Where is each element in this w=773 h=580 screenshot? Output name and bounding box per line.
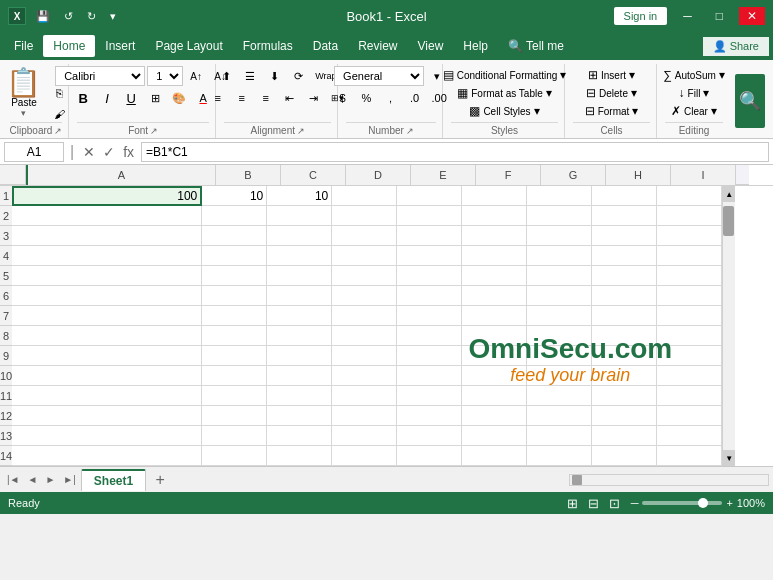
menu-page-layout[interactable]: Page Layout (145, 35, 232, 57)
cell-c8[interactable] (267, 326, 332, 346)
cell-d5[interactable] (332, 266, 397, 286)
row-header-14[interactable]: 14 (0, 446, 12, 466)
cell-i2[interactable] (657, 206, 722, 226)
cell-d4[interactable] (332, 246, 397, 266)
insert-cells-btn[interactable]: ⊞ Insert ▾ (584, 67, 639, 83)
cell-e12[interactable] (397, 406, 462, 426)
cell-f10[interactable] (462, 366, 527, 386)
minimize-btn[interactable]: ─ (675, 7, 700, 25)
decrease-indent-btn[interactable]: ⇤ (279, 88, 301, 108)
col-header-d[interactable]: D (346, 165, 411, 185)
menu-view[interactable]: View (408, 35, 454, 57)
currency-btn[interactable]: $ (331, 88, 353, 108)
row-header-7[interactable]: 7 (0, 306, 12, 326)
cell-e14[interactable] (397, 446, 462, 466)
cell-c13[interactable] (267, 426, 332, 446)
row-header-8[interactable]: 8 (0, 326, 12, 346)
cell-g8[interactable] (527, 326, 592, 346)
col-header-c[interactable]: C (281, 165, 346, 185)
cell-b6[interactable] (202, 286, 267, 306)
cell-d9[interactable] (332, 346, 397, 366)
cell-styles-btn[interactable]: ▩ Cell Styles ▾ (465, 103, 543, 119)
font-name-select[interactable]: Calibri (55, 66, 145, 86)
sheet-tab-sheet1[interactable]: Sheet1 (81, 469, 146, 491)
row-header-13[interactable]: 13 (0, 426, 12, 446)
cell-e2[interactable] (397, 206, 462, 226)
format-cells-btn[interactable]: ⊟ Format ▾ (581, 103, 643, 119)
cell-f6[interactable] (462, 286, 527, 306)
save-icon[interactable]: 💾 (32, 8, 54, 25)
cell-g7[interactable] (527, 306, 592, 326)
cell-reference-input[interactable] (4, 142, 64, 162)
number-expand-icon[interactable]: ↗ (406, 126, 414, 136)
tab-prev-btn[interactable]: ◄ (25, 472, 41, 487)
cell-b8[interactable] (202, 326, 267, 346)
cell-a3[interactable] (12, 226, 202, 246)
cell-c3[interactable] (267, 226, 332, 246)
cell-g1[interactable] (527, 186, 592, 206)
fill-btn[interactable]: ↓ Fill ▾ (675, 85, 714, 101)
col-header-f[interactable]: F (476, 165, 541, 185)
row-header-1[interactable]: 1 (0, 186, 12, 206)
col-header-i[interactable]: I (671, 165, 736, 185)
cell-f1[interactable] (462, 186, 527, 206)
col-header-e[interactable]: E (411, 165, 476, 185)
cell-g2[interactable] (527, 206, 592, 226)
cell-e11[interactable] (397, 386, 462, 406)
cell-e3[interactable] (397, 226, 462, 246)
cell-h5[interactable] (592, 266, 657, 286)
delete-cells-btn[interactable]: ⊟ Delete ▾ (582, 85, 641, 101)
italic-button[interactable]: I (96, 88, 118, 108)
cell-f2[interactable] (462, 206, 527, 226)
cell-b7[interactable] (202, 306, 267, 326)
cell-h7[interactable] (592, 306, 657, 326)
cell-e4[interactable] (397, 246, 462, 266)
cell-a7[interactable] (12, 306, 202, 326)
row-header-12[interactable]: 12 (0, 406, 12, 426)
format-as-table-btn[interactable]: ▦ Format as Table ▾ (453, 85, 556, 101)
horizontal-scrollbar[interactable] (569, 474, 769, 486)
cell-c10[interactable] (267, 366, 332, 386)
menu-insert[interactable]: Insert (95, 35, 145, 57)
cell-a6[interactable] (12, 286, 202, 306)
cell-c7[interactable] (267, 306, 332, 326)
cell-e10[interactable] (397, 366, 462, 386)
col-header-b[interactable]: B (216, 165, 281, 185)
col-header-h[interactable]: H (606, 165, 671, 185)
cell-a8[interactable] (12, 326, 202, 346)
cell-i14[interactable] (657, 446, 722, 466)
vertical-scrollbar[interactable]: ▲ ▼ (722, 186, 735, 466)
cell-i3[interactable] (657, 226, 722, 246)
cell-e13[interactable] (397, 426, 462, 446)
cell-c5[interactable] (267, 266, 332, 286)
fill-color-button[interactable]: 🎨 (168, 88, 190, 108)
row-header-3[interactable]: 3 (0, 226, 12, 246)
cell-a2[interactable] (12, 206, 202, 226)
cell-a12[interactable] (12, 406, 202, 426)
cell-i9[interactable] (657, 346, 722, 366)
top-align-btn[interactable]: ⬆ (215, 66, 237, 86)
cell-c11[interactable] (267, 386, 332, 406)
cell-i13[interactable] (657, 426, 722, 446)
add-sheet-button[interactable]: + (148, 469, 172, 491)
underline-button[interactable]: U (120, 88, 142, 108)
cell-c9[interactable] (267, 346, 332, 366)
menu-tell-me[interactable]: 🔍 Tell me (498, 35, 574, 57)
cell-h3[interactable] (592, 226, 657, 246)
cell-e5[interactable] (397, 266, 462, 286)
increase-indent-btn[interactable]: ⇥ (303, 88, 325, 108)
percent-btn[interactable]: % (355, 88, 377, 108)
cell-i4[interactable] (657, 246, 722, 266)
cell-e7[interactable] (397, 306, 462, 326)
cell-d2[interactable] (332, 206, 397, 226)
align-right-btn[interactable]: ≡ (255, 88, 277, 108)
cancel-formula-btn[interactable]: ✕ (80, 144, 98, 160)
cell-i12[interactable] (657, 406, 722, 426)
normal-view-btn[interactable]: ⊞ (564, 494, 581, 513)
cell-f3[interactable] (462, 226, 527, 246)
cell-g5[interactable] (527, 266, 592, 286)
share-button[interactable]: 👤 Share (703, 37, 769, 56)
h-scroll-thumb[interactable] (572, 475, 582, 485)
cell-g3[interactable] (527, 226, 592, 246)
row-header-4[interactable]: 4 (0, 246, 12, 266)
